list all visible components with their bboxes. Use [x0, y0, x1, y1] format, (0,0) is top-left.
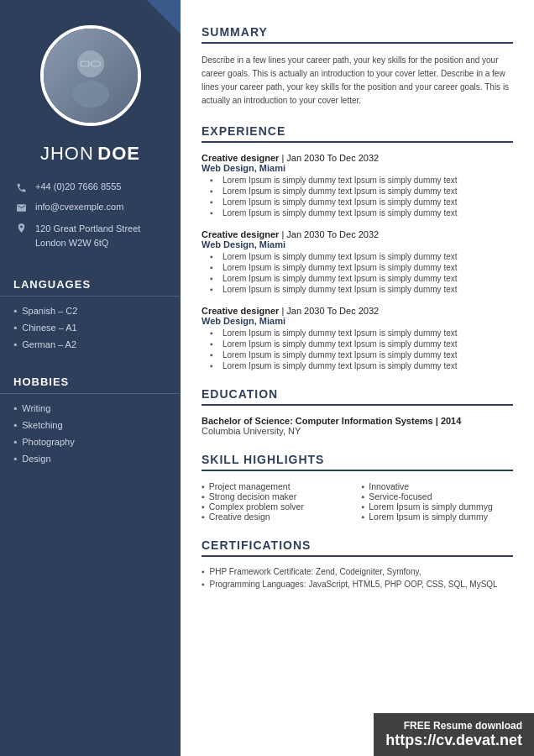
- experience-block-1: Creative designer | Jan 2030 To Dec 2032…: [202, 229, 513, 294]
- list-item: Sketching: [13, 419, 167, 431]
- list-item: Programming Languages: JavaScript, HTML5…: [202, 580, 513, 589]
- list-item: Photography: [13, 436, 167, 448]
- main-content: SUMMARY Describe in a few lines your car…: [181, 0, 534, 756]
- svg-point-1: [72, 81, 109, 108]
- education-title: EDUCATION: [202, 387, 513, 406]
- accent-triangle: [147, 0, 181, 34]
- skill-item: Innovative: [362, 481, 514, 491]
- skill-item: Project management: [202, 481, 353, 491]
- email-item: info@cvexemple.com: [13, 202, 167, 213]
- summary-section: SUMMARY Describe in a few lines your car…: [202, 25, 513, 108]
- list-item: Lorem Ipsum is simply dummy text Ipsum i…: [210, 285, 513, 294]
- skills-title: SKILL HIGHLIGHTS: [202, 453, 513, 471]
- sidebar: JHON DOE +44 (0)20 7666 8555 info@cvexem…: [0, 0, 181, 756]
- name-section: JHON DOE: [40, 143, 140, 165]
- phone-item: +44 (0)20 7666 8555: [13, 181, 167, 193]
- list-item: German – A2: [13, 339, 167, 350]
- languages-list: Spanish – C2 Chinese – A1 German – A2: [0, 305, 181, 350]
- summary-title: SUMMARY: [202, 25, 513, 44]
- last-name: DOE: [97, 143, 140, 164]
- education-block-0: Bachelor of Science: Computer Informatio…: [202, 416, 513, 436]
- skill-right-col: Innovative Service-focused Lorem Ipsum i…: [362, 481, 514, 522]
- list-item: Lorem Ipsum is simply dummy text Ipsum i…: [210, 339, 513, 349]
- hobbies-list: Writing Sketching Photography Design: [0, 402, 181, 465]
- list-item: Lorem Ipsum is simply dummy text Ipsum i…: [210, 252, 513, 261]
- list-item: Chinese – A1: [13, 322, 167, 333]
- exp-company-1: Web Design, Miami: [202, 239, 513, 249]
- exp-bullets-1: Lorem Ipsum is simply dummy text Ipsum i…: [202, 252, 513, 294]
- avatar: [40, 25, 141, 126]
- experience-block-2: Creative designer | Jan 2030 To Dec 2032…: [202, 306, 513, 370]
- address-item: 120 Great Portland Street London W2W 6tQ: [13, 222, 167, 249]
- list-item: Lorem Ipsum is simply dummy text Ipsum i…: [210, 350, 513, 360]
- list-item: Design: [13, 453, 167, 465]
- hobbies-title: HOBBIES: [0, 370, 181, 394]
- skill-item: Service-focused: [362, 491, 514, 501]
- certifications-title: CERTIFICATIONS: [202, 538, 513, 557]
- exp-company-2: Web Design, Miami: [202, 316, 513, 326]
- edu-school: Columbia University, NY: [202, 426, 513, 436]
- list-item: Lorem Ipsum is simply dummy text Ipsum i…: [210, 197, 513, 207]
- email-icon: [13, 202, 29, 213]
- list-item: Writing: [13, 402, 167, 414]
- watermark: FREE Resume download https://cv.devat.ne…: [374, 713, 534, 756]
- location-icon: [13, 223, 29, 234]
- skill-item: Strong decision maker: [202, 491, 353, 501]
- languages-section: LANGUAGES Spanish – C2 Chinese – A1 Germ…: [0, 273, 181, 355]
- certifications-section: CERTIFICATIONS PHP Framework Certificate…: [202, 538, 513, 589]
- phone-text: +44 (0)20 7666 8555: [35, 181, 121, 192]
- watermark-line2: https://cv.devat.net: [385, 732, 522, 749]
- address-text: 120 Great Portland Street London W2W 6tQ: [35, 222, 140, 249]
- languages-title: LANGUAGES: [0, 273, 181, 297]
- exp-role-0: Creative designer | Jan 2030 To Dec 2032: [202, 153, 513, 163]
- list-item: Lorem Ipsum is simply dummy text Ipsum i…: [210, 176, 513, 185]
- edu-degree: Bachelor of Science: Computer Informatio…: [202, 416, 513, 426]
- skills-grid: Project management Strong decision maker…: [202, 481, 513, 522]
- skill-item: Lorem Ipsum is simply dummy: [362, 512, 514, 522]
- list-item: PHP Framework Certificate: Zend, Codeign…: [202, 567, 513, 576]
- certifications-list: PHP Framework Certificate: Zend, Codeign…: [202, 567, 513, 589]
- skill-item: Creative design: [202, 512, 353, 522]
- exp-role-1: Creative designer | Jan 2030 To Dec 2032: [202, 229, 513, 239]
- exp-company-0: Web Design, Miami: [202, 163, 513, 173]
- skill-item: Complex problem solver: [202, 501, 353, 512]
- education-section: EDUCATION Bachelor of Science: Computer …: [202, 387, 513, 436]
- list-item: Spanish – C2: [13, 305, 167, 317]
- list-item: Lorem Ipsum is simply dummy text Ipsum i…: [210, 186, 513, 196]
- contact-section: +44 (0)20 7666 8555 info@cvexemple.com 1…: [0, 181, 181, 258]
- exp-bullets-0: Lorem Ipsum is simply dummy text Ipsum i…: [202, 176, 513, 218]
- skill-item: Lorem Ipsum is simply dummyg: [362, 501, 514, 512]
- phone-icon: [13, 182, 29, 193]
- exp-role-2: Creative designer | Jan 2030 To Dec 2032: [202, 306, 513, 316]
- summary-text: Describe in a few lines your career path…: [202, 54, 513, 108]
- list-item: Lorem Ipsum is simply dummy text Ipsum i…: [210, 361, 513, 370]
- skill-left-col: Project management Strong decision maker…: [202, 481, 353, 522]
- email-text: info@cvexemple.com: [35, 202, 123, 212]
- watermark-line1: FREE Resume download: [385, 720, 522, 732]
- exp-bullets-2: Lorem Ipsum is simply dummy text Ipsum i…: [202, 328, 513, 370]
- list-item: Lorem Ipsum is simply dummy text Ipsum i…: [210, 208, 513, 218]
- hobbies-section: HOBBIES Writing Sketching Photography De…: [0, 370, 181, 470]
- list-item: Lorem Ipsum is simply dummy text Ipsum i…: [210, 328, 513, 338]
- experience-title: EXPERIENCE: [202, 124, 513, 143]
- experience-block-0: Creative designer | Jan 2030 To Dec 2032…: [202, 153, 513, 218]
- list-item: Lorem Ipsum is simply dummy text Ipsum i…: [210, 263, 513, 272]
- experience-section: EXPERIENCE Creative designer | Jan 2030 …: [202, 124, 513, 370]
- list-item: Lorem Ipsum is simply dummy text Ipsum i…: [210, 274, 513, 283]
- first-name: JHON: [40, 143, 94, 164]
- skills-section: SKILL HIGHLIGHTS Project management Stro…: [202, 453, 513, 522]
